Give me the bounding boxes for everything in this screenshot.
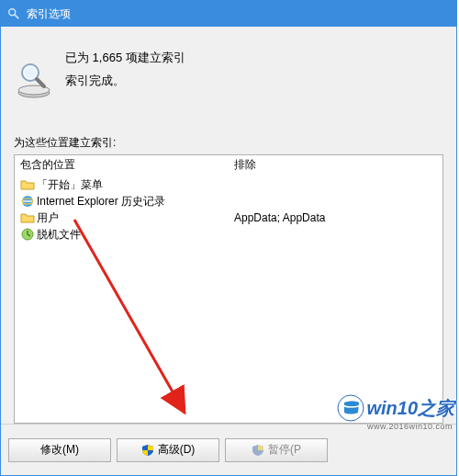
indexing-state: 索引完成。 [65,70,185,93]
magnifier-drive-icon [14,60,54,100]
indexing-icon [6,6,21,21]
exclude-body: AppData; AppData [229,175,442,244]
pause-button[interactable]: 暂停(P [225,438,328,462]
list-item[interactable]: 脱机文件 [17,226,227,243]
button-label: 修改(M) [40,442,79,458]
exclude-cell [234,226,437,243]
included-column: 包含的位置 「开始」菜单 Internet Explorer 历史记录 [15,155,229,423]
svg-point-0 [9,9,16,16]
exclude-cell: AppData; AppData [234,210,437,226]
advanced-button[interactable]: 高级(D) [117,438,219,462]
button-label: 暂停(P [268,442,301,458]
svg-line-1 [15,15,18,18]
list-item[interactable]: Internet Explorer 历史记录 [17,193,227,210]
indexing-options-dialog: 索引选项 已为 1,665 项建立索引 索引完成。 为这些位置建立索引: 包含 [0,0,457,476]
uac-shield-icon [252,444,264,457]
dialog-body: 已为 1,665 项建立索引 索引完成。 为这些位置建立索引: 包含的位置 「开… [1,27,456,424]
exclude-column: 排除 AppData; AppData [229,155,442,423]
included-body: 「开始」菜单 Internet Explorer 历史记录 用户 [15,175,229,244]
folder-icon [20,177,35,192]
ie-icon [20,194,35,209]
list-item[interactable]: 「开始」菜单 [17,176,227,193]
status-text: 已为 1,665 项建立索引 索引完成。 [65,41,185,92]
button-label: 高级(D) [158,442,196,458]
list-item-label: Internet Explorer 历史记录 [37,194,165,210]
locations-listbox[interactable]: 包含的位置 「开始」菜单 Internet Explorer 历史记录 [14,154,443,424]
list-item-label: 用户 [37,210,59,226]
exclude-cell [234,176,437,193]
exclude-cell [234,193,437,210]
list-item[interactable]: 用户 [17,210,227,226]
list-item-label: 「开始」菜单 [37,177,103,193]
included-header: 包含的位置 [15,155,229,175]
offline-files-icon [20,227,35,242]
button-bar: 修改(M) 高级(D) 暂停(P [1,424,456,475]
folder-icon [20,210,35,225]
locations-label: 为这些位置建立索引: [14,135,443,151]
window-title: 索引选项 [27,6,71,22]
uac-shield-icon [141,444,154,457]
title-bar[interactable]: 索引选项 [1,1,456,27]
status-row: 已为 1,665 项建立索引 索引完成。 [14,36,443,117]
list-item-label: 脱机文件 [37,227,81,243]
svg-point-5 [25,67,36,78]
indexed-count: 已为 1,665 项建立索引 [65,47,185,70]
modify-button[interactable]: 修改(M) [8,438,111,462]
exclude-header: 排除 [229,155,442,175]
